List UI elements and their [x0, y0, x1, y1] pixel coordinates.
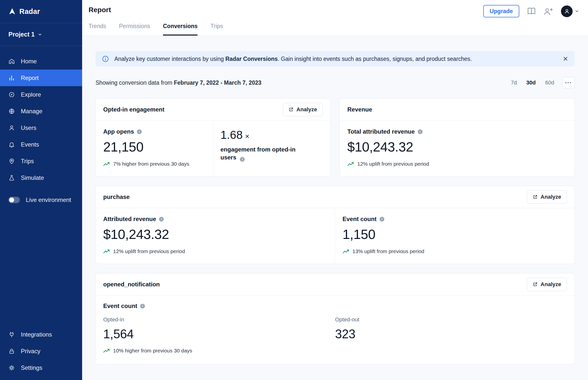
app-opens-metric: App opens 21,150 7% higher from previous… — [96, 121, 213, 176]
sidebar-item-privacy[interactable]: Privacy — [0, 343, 82, 359]
user-icon — [8, 125, 15, 131]
trend: 10% higher from previous 30 days — [103, 348, 335, 354]
docs-book-icon[interactable] — [527, 7, 536, 15]
attributed-revenue-metric: Attributed revenue $10,243.32 12% uplift… — [96, 208, 335, 264]
info-icon[interactable] — [240, 157, 245, 162]
tab-trends[interactable]: Trends — [89, 23, 106, 36]
plug-icon — [8, 331, 15, 338]
card-title: Opted-in engagement — [103, 106, 164, 113]
trend-up-icon — [103, 162, 110, 166]
flask-icon — [8, 175, 15, 181]
account-menu[interactable] — [561, 5, 579, 17]
multiplier-sign: × — [245, 132, 249, 141]
banner-text: Analyze key customer interactions by usi… — [114, 56, 472, 62]
sidebar-item-trips[interactable]: Trips — [0, 153, 82, 169]
report-tabs: Trends Permissions Conversions Trips — [89, 23, 579, 36]
engagement-multiplier-metric: 1.68 × engagement from opted-in users — [213, 121, 330, 176]
trend: 12% uplift from previous period — [347, 161, 567, 167]
metric-value: $10,243.32 — [103, 227, 327, 242]
sidebar-item-settings[interactable]: Settings — [0, 359, 82, 376]
sidebar-item-label: Report — [21, 75, 39, 81]
opted-in-engagement-card: Opted-in engagement Analyze App opens 21… — [96, 98, 330, 177]
range-7d-button[interactable]: 7d — [507, 77, 521, 88]
external-link-icon — [533, 194, 538, 199]
header-controls: Upgrade — [483, 5, 579, 17]
sidebar-item-label: Simulate — [21, 174, 44, 181]
range-60d-button[interactable]: 60d — [541, 77, 558, 88]
metric-value: 323 — [335, 327, 567, 341]
info-icon[interactable] — [140, 304, 145, 308]
event-count-section: Event count Opted-in 1,564 10% higher fr… — [96, 296, 574, 364]
sidebar-item-label: Privacy — [21, 348, 40, 355]
event-count-metric: Event count 1,150 13% uplift from previo… — [335, 208, 575, 264]
brand-name: Radar — [19, 7, 40, 16]
opened-notification-card: opened_notification Analyze Event count … — [96, 273, 575, 364]
trend: 13% uplift from previous period — [343, 248, 567, 254]
sidebar-item-events[interactable]: Events — [0, 136, 82, 153]
sidebar-item-label: Events — [21, 141, 39, 148]
project-switcher[interactable]: Project 1 — [0, 23, 82, 46]
info-icon[interactable] — [418, 129, 423, 134]
trend-up-icon — [103, 349, 110, 353]
sidebar-bottom-nav: Integrations Privacy Settings — [0, 319, 82, 380]
project-name: Project 1 — [8, 31, 35, 38]
environment-toggle[interactable] — [8, 197, 20, 203]
compass-icon — [8, 91, 15, 98]
tab-trips[interactable]: Trips — [210, 23, 223, 36]
info-icon[interactable] — [159, 217, 164, 222]
invite-user-icon[interactable] — [544, 7, 554, 15]
total-attributed-revenue-metric: Total attributed revenue $10,243.32 12% … — [340, 121, 574, 176]
analyze-button[interactable]: Analyze — [283, 103, 323, 116]
home-icon — [8, 58, 15, 65]
purchase-card: purchase Analyze Attributed revenue $10,… — [96, 186, 575, 264]
brand: Radar — [0, 0, 82, 23]
trend: 7% higher from previous 30 days — [103, 161, 205, 167]
sidebar-item-integrations[interactable]: Integrations — [0, 326, 82, 343]
live-environment-label: Live environment — [26, 196, 71, 203]
sidebar-item-label: Settings — [21, 364, 42, 371]
analyze-button[interactable]: Analyze — [527, 190, 567, 204]
subheader: Showing conversion data from February 7,… — [96, 77, 575, 88]
map-pin-icon — [8, 158, 15, 164]
live-environment-toggle-row[interactable]: Live environment — [0, 191, 82, 208]
external-link-icon — [289, 107, 294, 112]
range-30d-button[interactable]: 30d — [522, 77, 540, 88]
sidebar-item-explore[interactable]: Explore — [0, 86, 82, 103]
sidebar-item-label: Explore — [21, 91, 41, 98]
gear-icon — [8, 365, 15, 371]
analyze-button[interactable]: Analyze — [527, 278, 567, 291]
more-options-button[interactable]: ··· — [562, 77, 575, 88]
sidebar-item-label: Home — [21, 58, 37, 65]
bell-icon — [8, 141, 15, 148]
sidebar-item-label: Users — [21, 124, 36, 131]
info-icon — [102, 55, 109, 62]
close-icon[interactable]: ✕ — [563, 56, 568, 62]
metric-value: 1,564 — [103, 327, 335, 341]
sidebar-item-label: Trips — [21, 158, 34, 165]
info-icon[interactable] — [380, 217, 384, 222]
opted-out-metric: Opted-out 323 — [335, 316, 567, 354]
trend-up-icon — [343, 249, 350, 254]
sidebar-item-home[interactable]: Home — [0, 53, 82, 70]
sidebar: Radar Project 1 Home Report Explore Mana… — [0, 0, 82, 380]
avatar — [561, 5, 573, 17]
sidebar-item-report[interactable]: Report — [0, 70, 82, 86]
trend-up-icon — [347, 162, 354, 166]
content: Analyze key customer interactions by usi… — [82, 36, 588, 380]
card-title: Revenue — [347, 106, 372, 113]
tab-conversions[interactable]: Conversions — [163, 23, 197, 36]
tab-permissions[interactable]: Permissions — [119, 23, 150, 36]
sidebar-item-users[interactable]: Users — [0, 119, 82, 136]
metric-value: 1.68 — [221, 128, 243, 142]
info-icon[interactable] — [137, 129, 142, 134]
sidebar-item-simulate[interactable]: Simulate — [0, 169, 82, 186]
info-banner: Analyze key customer interactions by usi… — [96, 51, 575, 67]
metric-value: 21,150 — [103, 139, 205, 154]
sidebar-item-label: Integrations — [21, 331, 52, 338]
sidebar-item-manage[interactable]: Manage — [0, 103, 82, 119]
metric-value: 1,150 — [343, 227, 567, 242]
cards-row-1: Opted-in engagement Analyze App opens 21… — [96, 98, 575, 177]
chevron-down-icon — [38, 32, 42, 37]
bar-chart-icon — [8, 75, 15, 81]
upgrade-button[interactable]: Upgrade — [483, 5, 519, 17]
